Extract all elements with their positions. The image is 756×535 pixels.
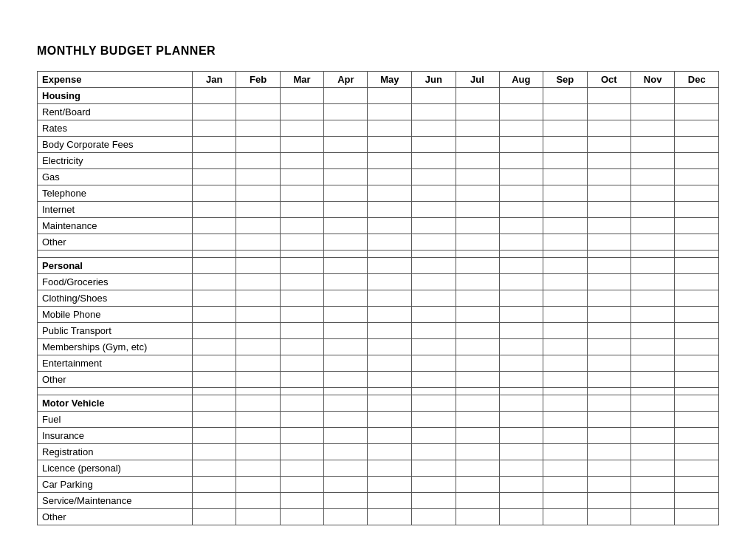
data-cell[interactable] [587, 153, 630, 169]
data-cell[interactable] [368, 169, 412, 185]
data-cell[interactable] [543, 153, 587, 169]
data-cell[interactable] [412, 185, 456, 202]
data-cell[interactable] [324, 493, 368, 509]
data-cell[interactable] [280, 460, 323, 477]
data-cell[interactable] [193, 323, 236, 339]
data-cell[interactable] [630, 323, 675, 339]
data-cell[interactable] [193, 428, 236, 444]
data-cell[interactable] [280, 428, 323, 444]
data-cell[interactable] [630, 460, 675, 477]
data-cell[interactable] [280, 137, 323, 153]
data-cell[interactable] [499, 274, 543, 290]
data-cell[interactable] [236, 372, 280, 388]
data-cell[interactable] [236, 202, 280, 218]
data-cell[interactable] [412, 274, 456, 290]
data-cell[interactable] [193, 355, 236, 372]
data-cell[interactable] [280, 153, 323, 169]
data-cell[interactable] [280, 120, 323, 137]
data-cell[interactable] [456, 88, 499, 104]
data-cell[interactable] [543, 218, 587, 234]
data-cell[interactable] [324, 258, 368, 274]
data-cell[interactable] [499, 509, 543, 525]
data-cell[interactable] [236, 169, 280, 185]
data-cell[interactable] [324, 185, 368, 202]
data-cell[interactable] [368, 153, 412, 169]
data-cell[interactable] [236, 120, 280, 137]
data-cell[interactable] [236, 258, 280, 274]
data-cell[interactable] [412, 218, 456, 234]
data-cell[interactable] [630, 218, 675, 234]
data-cell[interactable] [456, 323, 499, 339]
data-cell[interactable] [587, 169, 630, 185]
data-cell[interactable] [675, 477, 719, 493]
data-cell[interactable] [499, 88, 543, 104]
data-cell[interactable] [675, 412, 719, 428]
data-cell[interactable] [543, 169, 587, 185]
data-cell[interactable] [280, 372, 323, 388]
data-cell[interactable] [368, 274, 412, 290]
data-cell[interactable] [630, 509, 675, 525]
data-cell[interactable] [543, 274, 587, 290]
data-cell[interactable] [368, 323, 412, 339]
data-cell[interactable] [630, 444, 675, 460]
data-cell[interactable] [412, 509, 456, 525]
data-cell[interactable] [368, 428, 412, 444]
data-cell[interactable] [456, 493, 499, 509]
data-cell[interactable] [324, 372, 368, 388]
data-cell[interactable] [456, 290, 499, 307]
data-cell[interactable] [630, 477, 675, 493]
data-cell[interactable] [543, 234, 587, 251]
data-cell[interactable] [675, 339, 719, 355]
data-cell[interactable] [280, 323, 323, 339]
data-cell[interactable] [456, 412, 499, 428]
data-cell[interactable] [675, 372, 719, 388]
data-cell[interactable] [587, 137, 630, 153]
data-cell[interactable] [456, 120, 499, 137]
data-cell[interactable] [324, 339, 368, 355]
data-cell[interactable] [193, 234, 236, 251]
data-cell[interactable] [280, 307, 323, 323]
data-cell[interactable] [543, 185, 587, 202]
data-cell[interactable] [587, 202, 630, 218]
data-cell[interactable] [236, 355, 280, 372]
data-cell[interactable] [280, 104, 323, 120]
data-cell[interactable] [587, 355, 630, 372]
data-cell[interactable] [630, 274, 675, 290]
data-cell[interactable] [630, 234, 675, 251]
data-cell[interactable] [456, 307, 499, 323]
data-cell[interactable] [543, 428, 587, 444]
data-cell[interactable] [193, 477, 236, 493]
data-cell[interactable] [412, 444, 456, 460]
data-cell[interactable] [630, 355, 675, 372]
data-cell[interactable] [543, 202, 587, 218]
data-cell[interactable] [193, 153, 236, 169]
data-cell[interactable] [499, 153, 543, 169]
data-cell[interactable] [456, 234, 499, 251]
data-cell[interactable] [456, 460, 499, 477]
data-cell[interactable] [543, 493, 587, 509]
data-cell[interactable] [412, 372, 456, 388]
data-cell[interactable] [368, 137, 412, 153]
data-cell[interactable] [280, 493, 323, 509]
data-cell[interactable] [499, 460, 543, 477]
data-cell[interactable] [543, 120, 587, 137]
data-cell[interactable] [236, 323, 280, 339]
data-cell[interactable] [236, 290, 280, 307]
data-cell[interactable] [324, 444, 368, 460]
data-cell[interactable] [193, 202, 236, 218]
data-cell[interactable] [324, 274, 368, 290]
data-cell[interactable] [412, 137, 456, 153]
data-cell[interactable] [630, 202, 675, 218]
data-cell[interactable] [499, 428, 543, 444]
data-cell[interactable] [630, 153, 675, 169]
data-cell[interactable] [193, 372, 236, 388]
data-cell[interactable] [236, 234, 280, 251]
data-cell[interactable] [412, 493, 456, 509]
data-cell[interactable] [412, 104, 456, 120]
data-cell[interactable] [324, 290, 368, 307]
data-cell[interactable] [499, 395, 543, 412]
data-cell[interactable] [368, 234, 412, 251]
data-cell[interactable] [630, 258, 675, 274]
data-cell[interactable] [236, 460, 280, 477]
data-cell[interactable] [543, 258, 587, 274]
